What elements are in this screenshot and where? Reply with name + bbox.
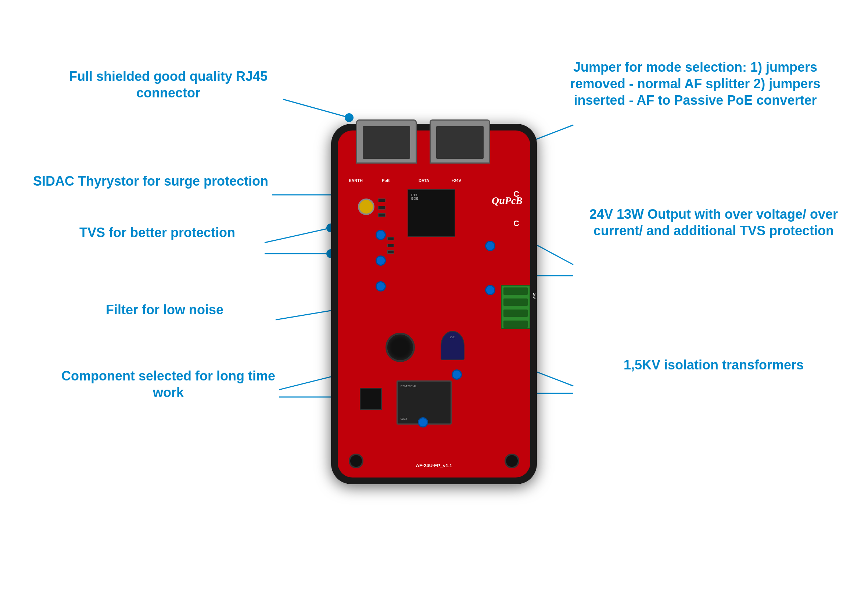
- rj45-right-port: [436, 126, 484, 159]
- pcb-c-mark-1: C: [513, 189, 519, 199]
- pcb-bottom-label: AF-24U-FP_v1.1: [416, 463, 453, 468]
- comp-small-ic: [360, 388, 382, 410]
- comp-sidac-dot: [375, 230, 386, 240]
- pcb-label-24v: +24V: [452, 178, 461, 183]
- pcb-board-container: EARTH PoE DATA +24V PT6BOE QuPcB C: [331, 124, 537, 484]
- pcb-outer-shell: EARTH PoE DATA +24V PT6BOE QuPcB C: [331, 124, 537, 484]
- pcb-c-mark-2: C: [513, 219, 519, 228]
- annotation-output: 24V 13W Output with over voltage/ over c…: [589, 206, 839, 239]
- comp-tvs-dot-1: [375, 256, 386, 266]
- comp-bottom-dot: [418, 417, 428, 428]
- svg-line-4: [265, 228, 331, 243]
- comp-tvs-dot-2: [375, 281, 386, 292]
- annotation-component: Component selected for long time work: [54, 368, 282, 401]
- smd-comp-2: [378, 206, 386, 209]
- annotation-sidac: SIDAC Thyrystor for surge protection: [29, 173, 272, 189]
- annotation-rj45: Full shielded good quality RJ45 connecto…: [54, 68, 282, 101]
- comp-cap-dot: [452, 369, 462, 380]
- comp-right-dot-1: [485, 241, 495, 251]
- mount-hole-bottom-right: [505, 454, 519, 468]
- comp-right-dot-2: [485, 285, 495, 295]
- smd-comp-5: [388, 244, 394, 247]
- svg-point-1: [345, 113, 353, 122]
- pcb-label-data: DATA: [418, 178, 429, 183]
- smd-comp-3: [378, 213, 386, 217]
- smd-comp-1: [378, 199, 386, 202]
- comp-yellow-circle: [358, 199, 375, 215]
- rj45-left-port: [363, 126, 410, 159]
- pcb-label-earth: EARTH: [349, 178, 363, 183]
- comp-main-chip: PT6BOE: [408, 189, 455, 237]
- smd-comp-4: [388, 237, 394, 240]
- comp-terminal-block: 24V: [501, 285, 530, 329]
- page-container: Full shielded good quality RJ45 connecto…: [0, 0, 868, 608]
- annotation-isolation: 1,5KV isolation transformers: [589, 357, 839, 373]
- rj45-right-connector: [429, 119, 490, 164]
- pcb-label-poe: PoE: [382, 178, 389, 183]
- smd-comp-6: [388, 250, 394, 254]
- comp-inductor: [386, 333, 415, 362]
- svg-line-0: [283, 99, 349, 118]
- annotation-filter: Filter for low noise: [54, 301, 275, 318]
- annotation-tvs: TVS for better protection: [54, 224, 260, 241]
- pcb-board: EARTH PoE DATA +24V PT6BOE QuPcB C: [338, 130, 530, 478]
- rj45-left-connector: [356, 119, 417, 164]
- comp-capacitor: 220: [440, 331, 465, 360]
- annotation-jumper: Jumper for mode selection: 1) jumpers re…: [552, 59, 839, 109]
- mount-hole-bottom-left: [349, 454, 363, 468]
